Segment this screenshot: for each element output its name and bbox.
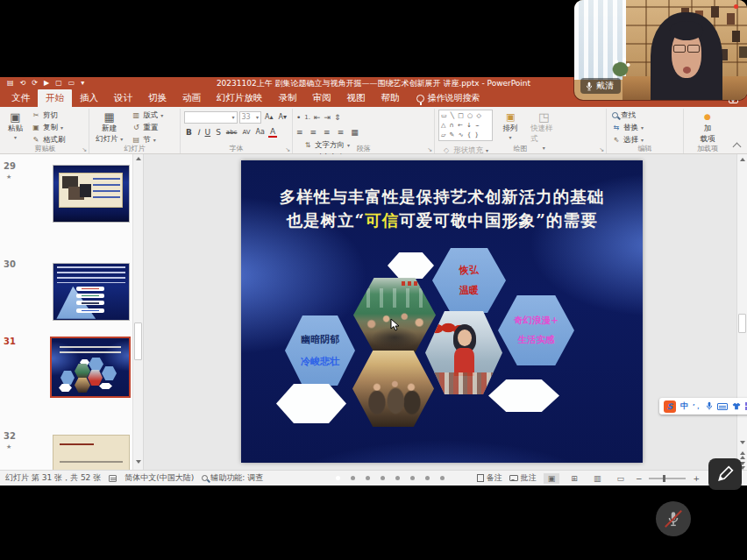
quick-styles-button[interactable]: ◳ 快速样式▾ bbox=[528, 110, 559, 145]
change-case-button[interactable]: Aa bbox=[254, 128, 267, 136]
font-name-combo[interactable]: ▾ bbox=[184, 111, 238, 124]
hexagon-white-bottom-left[interactable] bbox=[276, 384, 346, 423]
slide-canvas[interactable]: 多样性与丰富性是保持艺术创新活力的基础 也是树立“可信可爱可敬中国形象”的需要 … bbox=[241, 160, 643, 463]
reading-view-button[interactable]: ▥ bbox=[589, 473, 606, 484]
shapes-row-1[interactable]: ▭ ╲ □ ○ ◇ bbox=[441, 111, 490, 121]
line-spacing-icon[interactable]: ⇕ bbox=[334, 113, 341, 122]
tab-slideshow[interactable]: 幻灯片放映 bbox=[209, 89, 271, 107]
spellcheck-icon[interactable] bbox=[109, 475, 117, 482]
tab-record[interactable]: 录制 bbox=[271, 89, 305, 107]
layout-button[interactable]: ▥版式▾ bbox=[130, 110, 165, 121]
open-folder-icon[interactable]: ▭ bbox=[68, 77, 75, 89]
chinese-mode-icon[interactable]: 中 bbox=[680, 401, 688, 412]
italic-button[interactable]: I bbox=[196, 128, 202, 137]
zoom-in-button[interactable]: + bbox=[693, 474, 700, 483]
hexagon-left-blue[interactable]: 幽暗阴郁 冷峻悲壮 bbox=[285, 315, 355, 386]
indent-less-icon[interactable]: ⇤ bbox=[314, 113, 321, 122]
arrange-button[interactable]: ▣ 排列▾ bbox=[497, 110, 523, 145]
tab-file[interactable]: 文件 bbox=[4, 89, 38, 107]
hexagon-top-blue[interactable]: 恢弘 温暖 bbox=[432, 248, 506, 313]
skin-icon[interactable] bbox=[732, 402, 741, 410]
thumbnail-scrollbar-thumb[interactable] bbox=[134, 323, 142, 360]
punctuation-icon[interactable]: ’， bbox=[693, 402, 701, 411]
align-right-icon[interactable]: ≡ bbox=[324, 128, 334, 137]
undo-icon[interactable]: ⟲ bbox=[20, 77, 26, 89]
hexagon-right-blue[interactable]: 奇幻浪漫+ 生活实感 bbox=[498, 295, 574, 365]
main-scrollbar[interactable] bbox=[736, 154, 747, 470]
new-slide-button[interactable]: ▦ 新建 幻灯片 ▾ bbox=[93, 110, 125, 145]
cut-button[interactable]: ✂剪切 bbox=[30, 110, 68, 121]
thumbnail-slide-30[interactable] bbox=[53, 263, 130, 321]
strikethrough-button[interactable]: abc bbox=[224, 129, 239, 136]
normal-view-button[interactable]: ▣ bbox=[544, 473, 560, 484]
shapes-row-2[interactable]: △ ∩ ← ↓ ⌣ bbox=[441, 121, 490, 131]
shapes-gallery[interactable]: ▭ ╲ □ ○ ◇ △ ∩ ← ↓ ⌣ ▱ ✎ ∿ { } bbox=[438, 110, 493, 141]
underline-button[interactable]: U bbox=[203, 128, 213, 137]
font-size-combo[interactable]: 33▾ bbox=[239, 111, 261, 124]
mute-microphone-button[interactable] bbox=[656, 501, 691, 536]
language-indicator[interactable]: 简体中文(中国大陆) bbox=[125, 472, 194, 484]
char-spacing-button[interactable]: AV bbox=[240, 129, 252, 136]
indent-more-icon[interactable]: ⇥ bbox=[324, 113, 331, 122]
paste-button[interactable]: ▣ 粘贴▾ bbox=[5, 110, 25, 145]
tab-help[interactable]: 帮助 bbox=[374, 89, 408, 107]
hexagon-photo-room[interactable] bbox=[352, 351, 434, 427]
addins-button[interactable]: ● 加 载项 bbox=[687, 110, 728, 145]
main-scrollbar-thumb[interactable] bbox=[738, 314, 746, 333]
zoom-slider-thumb[interactable] bbox=[663, 475, 665, 482]
columns-icon[interactable]: ▦ bbox=[351, 128, 362, 137]
slide-counter[interactable]: 幻灯片 第 31 张，共 52 张 bbox=[5, 472, 101, 484]
annotation-pen-button[interactable] bbox=[708, 458, 742, 490]
voice-input-icon[interactable] bbox=[706, 401, 713, 411]
tab-insert[interactable]: 插入 bbox=[72, 89, 106, 107]
new-file-icon[interactable]: ▢ bbox=[55, 77, 62, 89]
find-button[interactable]: 查找 bbox=[610, 110, 645, 121]
thumbnail-slide-31[interactable] bbox=[50, 337, 131, 398]
save-icon[interactable]: ▤ bbox=[7, 77, 14, 89]
bullets-icon[interactable]: • bbox=[296, 113, 301, 122]
reset-button[interactable]: ↺重置 bbox=[130, 122, 165, 133]
zoom-out-button[interactable]: − bbox=[636, 474, 643, 483]
tab-view[interactable]: 视图 bbox=[339, 89, 374, 107]
comments-button[interactable]: 批注 bbox=[509, 472, 537, 484]
replace-button[interactable]: ⇆替换▾ bbox=[610, 122, 645, 133]
grow-font-icon[interactable]: A▴ bbox=[263, 113, 275, 121]
hexagon-white-bottom-right[interactable] bbox=[488, 379, 559, 412]
scroll-down-icon[interactable] bbox=[738, 439, 747, 448]
tab-transitions[interactable]: 切换 bbox=[140, 89, 174, 107]
font-dialog-launcher-icon[interactable]: ↘ bbox=[285, 146, 290, 153]
align-center-icon[interactable]: ≡ bbox=[310, 128, 321, 137]
text-shadow-button[interactable]: S bbox=[214, 128, 223, 137]
hexagon-photo-drama-poster[interactable] bbox=[425, 311, 502, 394]
clipboard-dialog-launcher-icon[interactable]: ↘ bbox=[82, 146, 87, 153]
copy-button[interactable]: ▣复制▾ bbox=[30, 122, 68, 133]
scroll-up-icon[interactable] bbox=[134, 155, 143, 164]
tell-me-search[interactable]: 操作说明搜索 bbox=[408, 89, 489, 107]
hexagon-white-top[interactable] bbox=[388, 252, 434, 279]
justify-icon[interactable]: ≡ bbox=[338, 128, 348, 137]
shrink-font-icon[interactable]: A▾ bbox=[277, 113, 289, 121]
slide-sorter-view-button[interactable]: ⊞ bbox=[566, 473, 582, 484]
hexagon-photo-train[interactable] bbox=[353, 278, 436, 352]
zoom-slider[interactable] bbox=[649, 478, 686, 479]
previous-slide-button[interactable] bbox=[738, 450, 747, 459]
thumbnail-slide-32[interactable] bbox=[53, 435, 130, 470]
slide-title[interactable]: 多样性与丰富性是保持艺术创新活力的基础 也是树立“可信可爱可敬中国形象”的需要 bbox=[241, 185, 643, 232]
tab-home[interactable]: 开始 bbox=[38, 89, 72, 107]
numbering-icon[interactable]: 1. bbox=[304, 114, 310, 121]
tab-design[interactable]: 设计 bbox=[106, 89, 140, 107]
sogou-logo-icon[interactable]: S bbox=[664, 401, 676, 413]
keyboard-icon[interactable] bbox=[717, 403, 728, 410]
slideshow-view-button[interactable]: ▭ bbox=[612, 473, 629, 484]
thumbnail-scrollbar[interactable] bbox=[132, 154, 143, 470]
qat-more-icon[interactable]: ▾ bbox=[81, 77, 84, 89]
tab-animations[interactable]: 动画 bbox=[174, 89, 209, 107]
scroll-down-icon[interactable] bbox=[134, 458, 143, 467]
align-left-icon[interactable]: ≡ bbox=[296, 128, 307, 137]
start-slideshow-icon[interactable]: ▶ bbox=[44, 77, 49, 89]
scroll-up-icon[interactable] bbox=[738, 156, 747, 165]
bold-button[interactable]: B bbox=[184, 128, 194, 137]
paragraph-dialog-launcher-icon[interactable]: ↘ bbox=[427, 146, 432, 153]
drawing-dialog-launcher-icon[interactable]: ↘ bbox=[599, 146, 604, 153]
collapse-ribbon-icon[interactable] bbox=[733, 143, 742, 152]
